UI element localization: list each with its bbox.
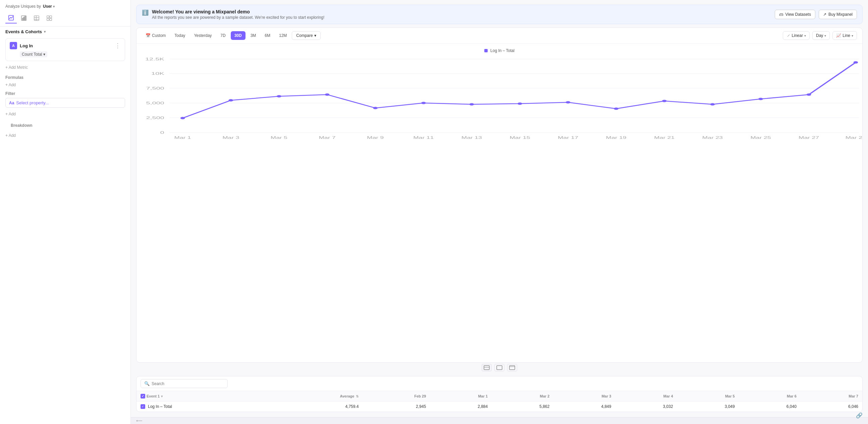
row-event-name: ✓ Log In – Total bbox=[136, 401, 271, 412]
col-average[interactable]: Average ⇅ bbox=[271, 391, 363, 401]
view-toggles bbox=[131, 363, 868, 373]
info-icon: ℹ️ bbox=[142, 9, 149, 16]
svg-rect-11 bbox=[47, 19, 49, 21]
col-mar3[interactable]: Mar 3 bbox=[553, 391, 615, 401]
today-btn[interactable]: Today bbox=[171, 31, 189, 40]
add-breakdown-btn[interactable]: + Add bbox=[0, 132, 130, 139]
search-input[interactable] bbox=[152, 382, 224, 386]
col-mar7[interactable]: Mar 7 bbox=[801, 391, 862, 401]
6m-btn[interactable]: 6M bbox=[261, 31, 274, 40]
col-feb29[interactable]: Feb 29 bbox=[363, 391, 430, 401]
collapse-sidebar-icon[interactable]: ⟵ bbox=[136, 418, 143, 423]
svg-text:Mar 7: Mar 7 bbox=[319, 136, 335, 140]
linear-chevron: ▾ bbox=[804, 34, 806, 37]
svg-rect-57 bbox=[497, 366, 502, 370]
toggle-full-view[interactable] bbox=[482, 364, 492, 371]
svg-text:10K: 10K bbox=[151, 71, 164, 76]
svg-rect-5 bbox=[34, 16, 39, 21]
svg-text:2,500: 2,500 bbox=[146, 116, 164, 120]
col-event[interactable]: ✓ Event 1 ▾ bbox=[136, 391, 271, 401]
7d-btn[interactable]: 7D bbox=[217, 31, 229, 40]
svg-rect-4 bbox=[25, 17, 26, 20]
svg-text:Mar 23: Mar 23 bbox=[702, 136, 723, 140]
row-checkbox[interactable]: ✓ bbox=[141, 404, 145, 409]
svg-text:12.5K: 12.5K bbox=[145, 57, 164, 61]
analyze-by-selector[interactable]: User ▾ bbox=[43, 4, 55, 9]
3m-btn[interactable]: 3M bbox=[247, 31, 260, 40]
yesterday-btn[interactable]: Yesterday bbox=[190, 31, 215, 40]
add-metric-btn[interactable]: + Add Metric bbox=[0, 62, 130, 72]
svg-text:Mar 21: Mar 21 bbox=[654, 136, 675, 140]
svg-text:0: 0 bbox=[160, 130, 164, 135]
count-total-chevron: ▾ bbox=[43, 52, 45, 57]
line-dropdown[interactable]: 📈 Line ▾ bbox=[832, 31, 857, 40]
linear-dropdown[interactable]: ⟋ Linear ▾ bbox=[783, 31, 810, 40]
svg-text:5,000: 5,000 bbox=[146, 101, 164, 105]
datasets-icon: 🗃 bbox=[779, 12, 783, 17]
metric-avatar: A bbox=[10, 42, 17, 49]
select-all-checkbox[interactable]: ✓ bbox=[141, 394, 145, 398]
add-formula-btn[interactable]: + Add bbox=[0, 81, 130, 89]
toggle-table-only[interactable] bbox=[507, 364, 517, 371]
svg-text:Mar 11: Mar 11 bbox=[413, 136, 434, 140]
col-mar2[interactable]: Mar 2 bbox=[492, 391, 553, 401]
custom-date-btn[interactable]: 📅 Custom bbox=[142, 31, 169, 40]
events-cohorts-header[interactable]: Events & Cohorts ▾ bbox=[0, 27, 130, 37]
svg-point-42 bbox=[277, 95, 281, 98]
svg-rect-10 bbox=[50, 16, 52, 18]
svg-point-45 bbox=[421, 102, 426, 104]
tab-bar-chart[interactable] bbox=[18, 13, 30, 23]
svg-rect-9 bbox=[47, 16, 49, 18]
toggle-chart-only[interactable] bbox=[494, 364, 504, 371]
row-mar6: 6,040 bbox=[739, 401, 801, 412]
analyze-row: Analyze Uniques by User ▾ bbox=[0, 0, 130, 11]
svg-text:Mar 17: Mar 17 bbox=[558, 136, 578, 140]
svg-text:Mar 25: Mar 25 bbox=[750, 136, 771, 140]
30d-btn[interactable]: 30D bbox=[231, 31, 246, 40]
col-mar4[interactable]: Mar 4 bbox=[615, 391, 677, 401]
analyze-by-chevron: ▾ bbox=[53, 5, 55, 8]
svg-text:Mar 9: Mar 9 bbox=[367, 136, 384, 140]
svg-text:Mar 1: Mar 1 bbox=[175, 136, 191, 140]
row-mar2: 5,862 bbox=[492, 401, 553, 412]
search-box[interactable]: 🔍 bbox=[141, 379, 228, 388]
row-feb29: 2,945 bbox=[363, 401, 430, 412]
day-dropdown[interactable]: Day ▾ bbox=[812, 31, 830, 40]
metric-name: Log In bbox=[20, 43, 112, 48]
col-mar6[interactable]: Mar 6 bbox=[739, 391, 801, 401]
svg-text:Mar 19: Mar 19 bbox=[606, 136, 626, 140]
count-total-btn[interactable]: Count Total ▾ bbox=[20, 51, 47, 57]
col-mar1[interactable]: Mar 1 bbox=[430, 391, 492, 401]
svg-point-43 bbox=[325, 94, 330, 96]
row-mar3: 4,849 bbox=[553, 401, 615, 412]
view-datasets-btn[interactable]: 🗃 View Datasets bbox=[775, 10, 815, 19]
compare-btn[interactable]: Compare ▾ bbox=[292, 31, 320, 40]
filter-property-selector[interactable]: Aa Select property... bbox=[5, 98, 125, 108]
svg-text:Mar 3: Mar 3 bbox=[222, 136, 239, 140]
analyze-label: Analyze Uniques by bbox=[5, 4, 41, 9]
svg-rect-12 bbox=[50, 19, 52, 21]
tab-grid[interactable] bbox=[43, 13, 55, 23]
external-link-btn[interactable]: 🔗 bbox=[856, 412, 863, 419]
12m-btn[interactable]: 12M bbox=[275, 31, 290, 40]
buy-mixpanel-btn[interactable]: ↗ Buy Mixpanel bbox=[819, 10, 857, 19]
event-name-btn[interactable]: Log In – Total bbox=[148, 404, 172, 409]
table-row: ✓ Log In – Total 4,759.4 2,945 2,884 5,8… bbox=[136, 401, 862, 412]
average-sort-icon: ⇅ bbox=[356, 394, 359, 398]
svg-point-46 bbox=[469, 103, 474, 106]
svg-rect-55 bbox=[484, 366, 489, 370]
svg-text:Mar 5: Mar 5 bbox=[271, 136, 288, 140]
welcome-banner: ℹ️ Welcome! You are viewing a Mixpanel d… bbox=[136, 5, 863, 24]
chart-area: Log In – Total 12.5K 10K 7,500 5,000 2,5… bbox=[136, 43, 862, 362]
svg-text:7,500: 7,500 bbox=[146, 86, 164, 91]
tab-line-chart[interactable] bbox=[5, 13, 17, 24]
data-table: ✓ Event 1 ▾ Average ⇅ Feb 29 Mar 1 Mar 2 bbox=[136, 391, 862, 412]
metric-more-btn[interactable]: ⋮ bbox=[115, 42, 121, 49]
svg-point-50 bbox=[662, 100, 667, 102]
col-mar5[interactable]: Mar 5 bbox=[677, 391, 739, 401]
tab-table[interactable] bbox=[31, 13, 42, 23]
add-filter-btn[interactable]: + Add bbox=[0, 110, 130, 118]
svg-text:Mar 13: Mar 13 bbox=[462, 136, 482, 140]
svg-point-41 bbox=[228, 99, 233, 102]
chart-toolbar: 📅 Custom Today Yesterday 7D 30D 3M bbox=[136, 28, 862, 43]
